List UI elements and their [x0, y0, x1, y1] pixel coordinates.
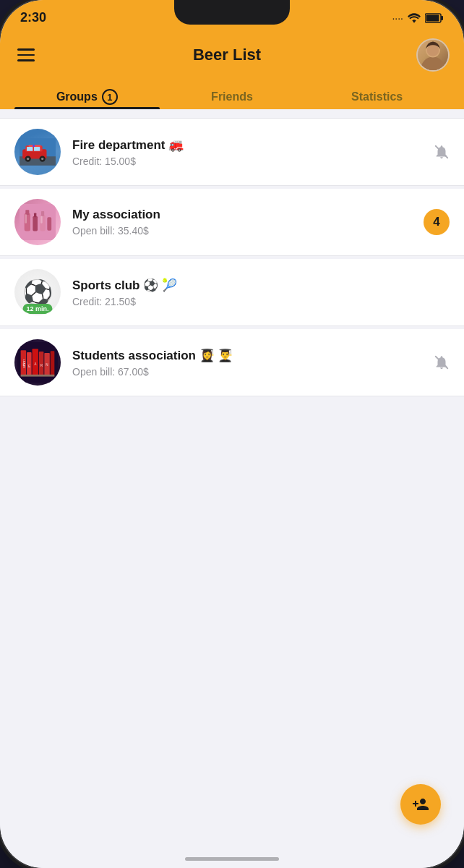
group-name-students: Students association 👩‍🎓 👨‍🎓 — [72, 348, 426, 363]
sports-time-badge: 12 min. — [22, 304, 52, 314]
students-avatar-svg: LEARN L E A R N — [17, 342, 58, 383]
tab-friends-label: Friends — [211, 90, 253, 103]
svg-point-13 — [27, 158, 29, 160]
hamburger-line-2 — [17, 54, 35, 56]
fab-add-group[interactable] — [400, 784, 441, 825]
wifi-icon — [408, 13, 421, 23]
group-action-fire — [434, 144, 450, 160]
content-list: Fire department 🚒 Credit: 15.00$ — [0, 109, 464, 868]
svg-text:E: E — [28, 365, 30, 368]
svg-point-5 — [427, 44, 439, 56]
screen: 2:30 ···· Beer L — [0, 0, 464, 868]
group-sub-sports: Credit: 21.50$ — [72, 296, 442, 307]
bell-muted-icon — [434, 144, 450, 160]
group-info-students: Students association 👩‍🎓 👨‍🎓 Open bill: … — [72, 348, 426, 378]
group-avatar-assoc — [14, 199, 61, 245]
user-avatar[interactable] — [416, 38, 450, 72]
notch — [174, 0, 290, 25]
hamburger-line-3 — [17, 59, 35, 61]
group-action-students — [434, 354, 450, 370]
tab-groups-badge: 1 — [102, 89, 118, 105]
group-sub-fire: Credit: 15.00$ — [72, 156, 426, 167]
status-icons: ···· — [392, 12, 444, 24]
header-row: Beer List — [14, 38, 450, 72]
svg-rect-37 — [21, 375, 55, 377]
avatar-svg — [418, 38, 448, 70]
students-avatar-bg: LEARN L E A R N — [14, 339, 61, 386]
sports-emoji: ⚽ — [22, 280, 53, 305]
svg-rect-22 — [33, 216, 38, 231]
svg-rect-11 — [34, 147, 40, 151]
svg-rect-10 — [27, 147, 33, 151]
tab-statistics[interactable]: Statistics — [304, 82, 450, 109]
list-item[interactable]: ⚽ 12 min. Sports club ⚽ 🎾 Credit: 21.50$ — [0, 259, 464, 326]
group-sub-students: Open bill: 67.00$ — [72, 366, 426, 378]
phone-frame: 2:30 ···· Beer L — [0, 0, 464, 868]
svg-rect-21 — [25, 210, 29, 215]
group-info-assoc: My association Open bill: 35.40$ — [72, 208, 416, 237]
group-sub-assoc: Open bill: 35.40$ — [72, 225, 416, 237]
svg-rect-2 — [426, 14, 439, 21]
svg-rect-1 — [441, 16, 443, 20]
svg-point-15 — [41, 158, 43, 160]
svg-text:L: L — [22, 363, 25, 367]
fire-car-svg — [20, 137, 56, 166]
page-title: Beer List — [193, 46, 261, 64]
tab-statistics-label: Statistics — [351, 90, 403, 103]
svg-rect-17 — [33, 145, 35, 147]
svg-rect-35 — [51, 351, 55, 376]
group-name-fire: Fire department 🚒 — [72, 137, 426, 153]
assoc-avatar-bg — [14, 199, 61, 245]
tab-groups-label: Groups — [56, 90, 98, 103]
group-name-sports: Sports club ⚽ 🎾 — [72, 278, 442, 293]
group-info-sports: Sports club ⚽ 🎾 Credit: 21.50$ — [72, 278, 442, 307]
group-info-fire: Fire department 🚒 Credit: 15.00$ — [72, 137, 426, 167]
avatar-image — [418, 40, 448, 70]
hamburger-line-1 — [17, 48, 35, 51]
list-item[interactable]: Fire department 🚒 Credit: 15.00$ — [0, 118, 464, 186]
notification-badge: 4 — [424, 209, 450, 235]
assoc-avatar-svg — [20, 204, 56, 240]
svg-rect-31 — [27, 352, 32, 376]
svg-point-3 — [421, 57, 445, 70]
signal-icon: ···· — [392, 12, 403, 24]
sports-avatar-bg: ⚽ 12 min. — [14, 269, 61, 315]
tabs: Groups 1 Friends Statistics — [14, 82, 450, 109]
group-action-assoc: 4 — [424, 209, 450, 235]
status-time: 2:30 — [20, 10, 46, 25]
svg-rect-26 — [47, 217, 51, 230]
bell-muted-icon-2 — [434, 354, 450, 370]
tab-friends[interactable]: Friends — [160, 82, 305, 109]
home-indicator — [185, 857, 279, 861]
list-item[interactable]: LEARN L E A R N Students associat — [0, 329, 464, 396]
group-avatar-fire — [14, 129, 61, 175]
hamburger-menu[interactable] — [14, 46, 38, 64]
group-avatar-students: LEARN L E A R N — [14, 339, 61, 386]
person-add-icon — [412, 796, 429, 813]
svg-rect-27 — [25, 214, 27, 224]
svg-rect-28 — [40, 216, 43, 224]
list-item[interactable]: My association Open bill: 35.40$ 4 — [0, 189, 464, 256]
header: Beer List — [0, 31, 464, 109]
group-name-assoc: My association — [72, 208, 416, 222]
fire-avatar-bg — [14, 129, 61, 175]
group-avatar-sports: ⚽ 12 min. — [14, 269, 61, 315]
tab-groups[interactable]: Groups 1 — [14, 82, 160, 109]
svg-rect-23 — [34, 213, 36, 218]
svg-rect-25 — [41, 211, 44, 216]
battery-icon — [425, 13, 444, 23]
